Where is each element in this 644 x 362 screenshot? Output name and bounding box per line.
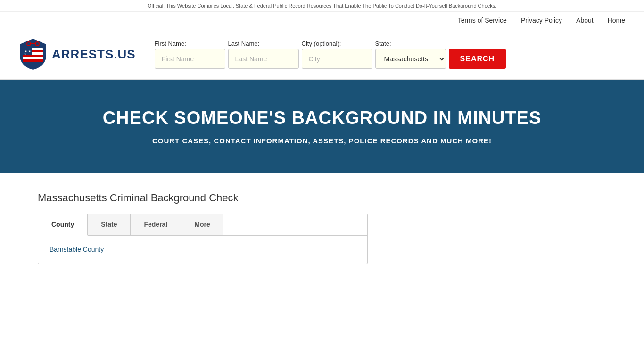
hero-heading: CHECK SOMEONE'S BACKGROUND IN MINUTES [19,108,625,128]
tabs-container: County State Federal More Barnstable Cou… [38,214,368,264]
top-banner: Official: This Website Compiles Local, S… [0,0,644,12]
tab-federal[interactable]: Federal [131,214,181,235]
search-area: First Name: Last Name: City (optional): … [155,40,625,69]
county-link-barnstable[interactable]: Barnstable County [50,246,104,253]
first-name-label: First Name: [155,40,225,47]
tab-county[interactable]: County [38,214,88,236]
tabs-header: County State Federal More [38,214,367,236]
tab-more[interactable]: More [181,214,223,235]
state-field: State: Select State Alabama Alaska Arizo… [375,40,446,69]
svg-rect-3 [23,59,43,62]
city-input[interactable] [302,49,372,69]
last-name-label: Last Name: [228,40,299,47]
first-name-field: First Name: [155,40,225,69]
nav-about[interactable]: About [576,16,594,24]
last-name-field: Last Name: [228,40,299,69]
hero-section: CHECK SOMEONE'S BACKGROUND IN MINUTES CO… [0,80,644,173]
city-field: City (optional): [302,40,372,69]
svg-text:★: ★ [24,52,26,56]
nav-terms[interactable]: Terms of Service [458,16,507,24]
main-content: Massachusetts Criminal Background Check … [0,173,644,283]
logo-icon: ★ ★ ★ [19,38,47,71]
last-name-input[interactable] [228,49,299,69]
nav-home[interactable]: Home [608,16,625,24]
banner-text: Official: This Website Compiles Local, S… [148,3,497,8]
logo-area: ★ ★ ★ ARRESTS.US [19,38,136,71]
state-label: State: [375,40,446,47]
tab-content-county: Barnstable County [38,236,367,264]
first-name-input[interactable] [155,49,225,69]
header: ★ ★ ★ ARRESTS.US First Name: Last Name: … [0,29,644,80]
hero-subheading: COURT CASES, CONTACT INFORMATION, ASSETS… [19,137,625,145]
tab-state[interactable]: State [88,214,131,235]
search-button[interactable]: SEARCH [449,49,506,69]
section-title: Massachusetts Criminal Background Check [38,192,606,204]
state-select[interactable]: Select State Alabama Alaska Arizona Arka… [375,49,446,69]
logo-text: ARRESTS.US [52,47,136,62]
city-label: City (optional): [302,40,372,47]
nav-bar: Terms of Service Privacy Policy About Ho… [0,12,644,29]
nav-privacy[interactable]: Privacy Policy [521,16,562,24]
